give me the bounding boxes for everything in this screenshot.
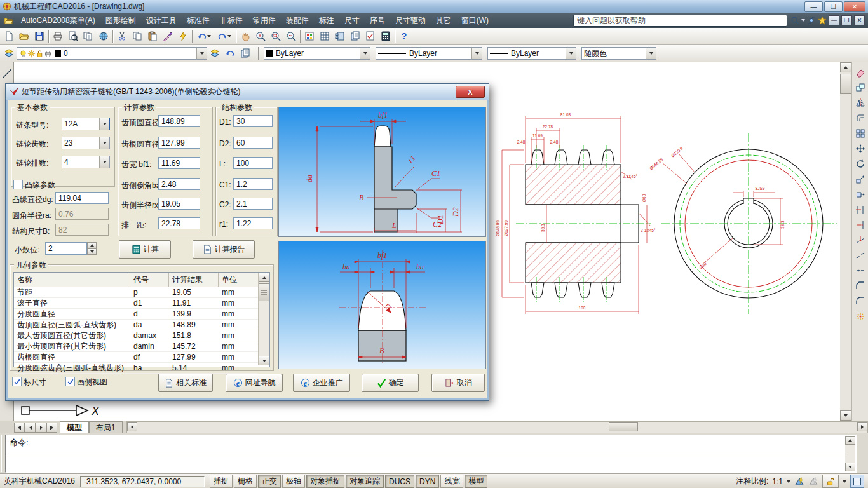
menu-item-serial[interactable]: 序号 <box>365 13 390 28</box>
close-button[interactable]: ✕ <box>844 1 865 12</box>
open-file-button[interactable] <box>17 29 32 44</box>
sheet-set-manager-button[interactable] <box>348 29 363 44</box>
paste-button[interactable] <box>145 29 160 44</box>
new-file-button[interactable] <box>1 29 17 44</box>
tab-model[interactable]: 模型 <box>60 421 89 433</box>
3d-dwf-button[interactable] <box>96 29 111 44</box>
decimals-spinner[interactable] <box>87 242 97 255</box>
r1-input[interactable]: 1.22 <box>233 217 273 229</box>
row-count-select[interactable]: 4 <box>62 156 110 168</box>
scroll-left-icon[interactable] <box>127 422 137 431</box>
lock-dropdown-icon[interactable] <box>843 480 846 483</box>
mirror-button[interactable] <box>853 95 868 111</box>
menu-item-standard-parts[interactable]: 标准件 <box>182 13 215 28</box>
dialog-title-bar[interactable]: 短节距传动用精密滚子链轮(GB/T 1243-2006)(单侧轮毂实心链轮) X <box>6 84 489 100</box>
teeth-count-dropdown-icon[interactable] <box>99 137 109 149</box>
menu-item-autocad2008[interactable]: AutoCAD2008菜单(A) <box>16 13 100 28</box>
tool-palettes-button[interactable] <box>332 29 348 44</box>
spinner-down-icon[interactable] <box>87 248 97 255</box>
line-tool-button[interactable] <box>0 66 14 81</box>
toggle-lineweight[interactable]: 线宽 <box>440 475 463 488</box>
undo-dropdown-icon[interactable] <box>207 35 211 37</box>
maximize-button[interactable]: ❐ <box>824 1 843 12</box>
toggle-otrack[interactable]: 对象追踪 <box>346 475 384 488</box>
c2-input[interactable]: 2.1 <box>233 198 273 210</box>
cancel-button[interactable]: 取消 <box>431 374 485 392</box>
mdi-close-button[interactable]: ✕ <box>854 15 865 25</box>
layer-on-bulb-icon[interactable] <box>19 50 27 58</box>
make-object-layer-current-button[interactable] <box>207 46 222 61</box>
teeth-count-select[interactable]: 23 <box>62 137 110 149</box>
flange-params-checkbox[interactable] <box>13 180 23 189</box>
table-scroll-down-icon[interactable] <box>259 356 269 365</box>
c1-input[interactable]: 1.2 <box>233 178 273 190</box>
toggle-osnap[interactable]: 对象捕捉 <box>306 475 344 488</box>
plot-style-select[interactable]: 随颜色 <box>581 47 656 60</box>
l-input[interactable]: 100 <box>233 157 273 169</box>
comm-center-icon[interactable] <box>807 16 816 25</box>
search-dropdown-icon[interactable] <box>801 19 805 22</box>
layer-lock-icon[interactable] <box>36 50 44 58</box>
table-scrollbar[interactable] <box>258 273 269 365</box>
mdi-minimize-button[interactable]: — <box>829 15 839 25</box>
calculator-button[interactable] <box>378 29 393 44</box>
scroll-right-icon[interactable] <box>857 422 867 431</box>
menu-item-dimension[interactable]: 尺寸 <box>339 13 365 28</box>
tab-last-button[interactable] <box>46 423 57 433</box>
design-center-button[interactable] <box>317 29 332 44</box>
publish-button[interactable] <box>81 29 96 44</box>
tab-next-button[interactable] <box>36 423 46 433</box>
minimize-button[interactable]: — <box>804 1 823 12</box>
menu-item-draw[interactable]: 图形绘制 <box>100 13 141 28</box>
join-button[interactable] <box>853 263 868 278</box>
copy-button[interactable] <box>130 29 145 44</box>
flange-diameter-input[interactable]: 119.04 <box>55 192 109 204</box>
web-navigation-button[interactable]: 网址导航 <box>226 374 283 392</box>
d2-input[interactable]: 60 <box>233 137 273 149</box>
cad-drawing[interactable]: 81.03 22.78 11.69 2.48 2.48 Ø148.89 Ø127… <box>491 102 839 375</box>
horizontal-scrollbar[interactable] <box>126 421 868 433</box>
scroll-up-icon[interactable] <box>840 62 851 72</box>
chain-type-dropdown-icon[interactable] <box>99 118 109 130</box>
menu-item-annotate[interactable]: 标注 <box>314 13 339 28</box>
break-at-point-button[interactable] <box>853 233 868 248</box>
zoom-previous-button[interactable] <box>283 29 299 44</box>
spinner-up-icon[interactable] <box>87 242 97 248</box>
extend-button[interactable] <box>853 217 868 233</box>
annotation-visibility-icon[interactable] <box>794 477 804 487</box>
vertical-scroll-thumb[interactable] <box>840 74 851 94</box>
annotation-scale-dropdown-icon[interactable] <box>787 480 790 483</box>
mark-dimensions-checkbox[interactable] <box>12 377 22 386</box>
menu-item-assembly-parts[interactable]: 装配件 <box>281 13 314 28</box>
chamfer-button[interactable] <box>853 278 868 294</box>
toggle-ortho[interactable]: 正交 <box>258 475 281 488</box>
decimals-input[interactable]: 2 <box>45 242 87 255</box>
save-button[interactable] <box>32 29 47 44</box>
toggle-polar[interactable]: 极轴 <box>282 475 305 488</box>
menu-item-other[interactable]: 其它 <box>431 13 456 28</box>
cut-button[interactable] <box>114 29 130 44</box>
table-scroll-up-icon[interactable] <box>259 273 269 282</box>
layer-freeze-sun-icon[interactable] <box>27 50 36 58</box>
menu-item-window[interactable]: 窗口(W) <box>456 13 494 28</box>
related-standards-button[interactable]: 相关标准 <box>158 374 213 392</box>
layer-previous-button[interactable] <box>222 46 238 61</box>
scale-button[interactable] <box>853 172 868 187</box>
table-row[interactable]: 分度圆弦齿高(三圆弧-直线齿形)ha5.14mm <box>14 363 258 374</box>
geometry-table-header[interactable]: 名称代号计算结果单位 <box>14 273 258 287</box>
zoom-realtime-button[interactable] <box>253 29 268 44</box>
table-row[interactable]: 最大齿顶圆直径(其它齿形)damax151.8mm <box>14 330 258 341</box>
copy-object-button[interactable] <box>853 80 868 95</box>
table-row[interactable]: 分度圆直径d139.9mm <box>14 309 258 320</box>
d1-input[interactable]: 30 <box>233 115 273 127</box>
command-scroll-down-icon[interactable] <box>845 463 855 471</box>
trim-button[interactable] <box>853 202 868 217</box>
lineweight-select-dropdown[interactable] <box>566 48 576 59</box>
redo-dropdown-icon[interactable] <box>227 35 231 37</box>
pan-button[interactable] <box>238 29 253 44</box>
horizontal-scroll-thumb[interactable] <box>609 422 638 431</box>
command-text-area[interactable]: 命令: <box>5 435 857 473</box>
root-diameter-input[interactable]: 127.99 <box>158 137 200 149</box>
vertical-scrollbar[interactable] <box>840 62 851 421</box>
toggle-model[interactable]: 模型 <box>465 475 487 488</box>
